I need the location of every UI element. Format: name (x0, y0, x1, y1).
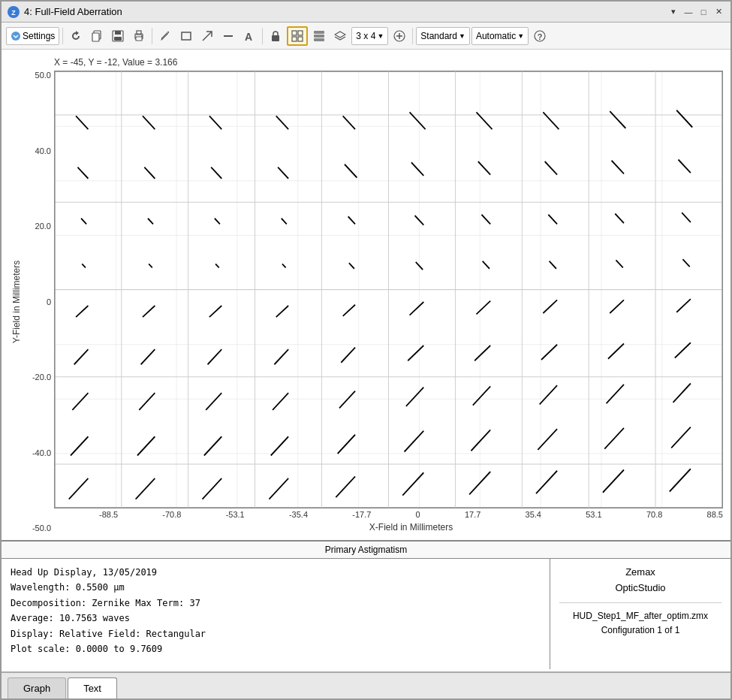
x-tick: 88.5 (707, 510, 723, 519)
standard-dropdown[interactable]: Standard ▼ (416, 27, 470, 45)
grid-size-label: 3 x 4 (356, 31, 375, 41)
info-right: Zemax OpticStudio HUD_Step1_MF_after_opt… (550, 559, 730, 669)
minimize-button[interactable]: — (682, 6, 694, 18)
lock-button[interactable] (266, 26, 285, 46)
y-tick: 20.0 (35, 222, 51, 231)
separator-2 (152, 28, 152, 44)
stack-icon (313, 30, 325, 42)
layers-button[interactable] (330, 26, 350, 46)
info-line-1: Head Up Display, 13/05/2019 (11, 565, 541, 580)
y-tick: -50.0 (32, 523, 51, 533)
svg-rect-19 (292, 37, 297, 41)
svg-rect-4 (92, 33, 99, 41)
grid-dropdown-arrow: ▼ (377, 32, 384, 40)
info-line-4: Average: 10.7563 waves (11, 611, 541, 626)
x-tick: -17.7 (352, 510, 371, 519)
arrow-button[interactable] (197, 26, 217, 46)
y-tick: 0 (47, 297, 51, 306)
help-icon: ? (534, 30, 546, 42)
zemax-line2: OpticStudio (559, 581, 721, 596)
coord-label: X = -45, Y = -12, Value = 3.166 (54, 57, 723, 68)
svg-point-2 (11, 32, 20, 41)
grid-size-dropdown[interactable]: 3 x 4 ▼ (351, 27, 388, 45)
bottom-tabs: Graph Text (2, 671, 730, 698)
y-axis-label: Y-Field in Millimeters (9, 71, 24, 533)
svg-rect-6 (115, 31, 121, 35)
svg-rect-21 (314, 31, 324, 34)
save-button[interactable] (108, 26, 128, 46)
x-tick: -88.5 (99, 510, 118, 519)
help-button[interactable]: ? (530, 26, 550, 46)
zemax-line1: Zemax (559, 565, 721, 581)
line-button[interactable] (218, 26, 238, 46)
pencil-icon (159, 30, 171, 42)
info-line-3: Decomposition: Zernike Max Term: 37 (11, 596, 541, 611)
svg-rect-10 (136, 37, 142, 41)
x-tick: -35.4 (289, 510, 308, 519)
info-line-6: Plot scale: 0.0000 to 9.7609 (11, 641, 541, 656)
automatic-dropdown[interactable]: Automatic ▼ (471, 27, 529, 45)
text-icon: A (243, 30, 255, 42)
info-title: Primary Astigmatism (2, 542, 730, 559)
filename-line: HUD_Step1_MF_after_optim.zmx (559, 609, 721, 623)
x-tick: 53.1 (586, 510, 601, 519)
x-axis-area: -88.5 -70.8 -53.1 -35.4 -17.7 0 17.7 35.… (99, 508, 723, 533)
config-line: Configuration 1 of 1 (559, 623, 721, 638)
svg-rect-20 (298, 37, 303, 41)
svg-rect-17 (292, 31, 297, 35)
separator-4 (412, 28, 413, 44)
x-tick: -53.1 (226, 510, 245, 519)
svg-line-13 (203, 32, 212, 41)
grid-icon (291, 30, 303, 42)
refresh-button[interactable] (66, 26, 86, 46)
plot-area[interactable] (54, 71, 723, 508)
svg-rect-7 (114, 37, 122, 41)
tab-graph[interactable]: Graph (8, 677, 66, 698)
automatic-label: Automatic (476, 31, 516, 41)
y-tick-labels: 50.0 40.0 20.0 0 -20.0 -40.0 -50.0 (26, 71, 54, 533)
separator-3 (262, 28, 263, 44)
chart-container: Y-Field in Millimeters 50.0 40.0 20.0 0 … (9, 71, 723, 533)
layers-icon (334, 30, 346, 42)
svg-rect-16 (272, 35, 279, 41)
info-right-top: Zemax OpticStudio (559, 565, 721, 603)
x-tick: 17.7 (465, 510, 480, 519)
restore-button[interactable]: □ (697, 6, 709, 18)
svg-rect-18 (298, 31, 303, 35)
x-tick: 0 (416, 510, 420, 519)
tab-text[interactable]: Text (68, 677, 117, 698)
standard-dropdown-arrow: ▼ (459, 32, 465, 40)
close-button[interactable]: ✕ (712, 6, 724, 18)
y-tick: 40.0 (35, 146, 51, 155)
svg-point-11 (141, 35, 143, 37)
copy-button[interactable] (87, 26, 107, 46)
plot-svg (55, 71, 722, 508)
settings-label: Settings (23, 31, 55, 41)
pencil-button[interactable] (155, 26, 175, 46)
lock-icon (270, 30, 282, 42)
svg-text:Z: Z (11, 9, 16, 17)
arrow-icon (201, 30, 213, 42)
x-tick: 70.8 (646, 510, 662, 519)
grid-active-button[interactable] (287, 26, 308, 46)
title-bar: Z 4: Full-Field Aberration ▾ — □ ✕ (2, 2, 730, 23)
y-tick: 50.0 (35, 71, 51, 80)
window-controls: ▾ — □ ✕ (667, 6, 724, 18)
stack-button[interactable] (309, 26, 329, 46)
print-button[interactable] (129, 26, 149, 46)
svg-text:A: A (245, 31, 252, 42)
standard-label: Standard (420, 31, 457, 41)
add-button[interactable] (390, 26, 409, 46)
refresh-icon (70, 30, 82, 42)
settings-dropdown[interactable]: Settings (6, 27, 59, 45)
info-panel: Primary Astigmatism Head Up Display, 13/… (2, 540, 730, 671)
rectangle-button[interactable] (176, 26, 196, 46)
svg-marker-24 (335, 32, 345, 38)
automatic-dropdown-arrow: ▼ (517, 32, 524, 40)
x-tick-labels: -88.5 -70.8 -53.1 -35.4 -17.7 0 17.7 35.… (99, 508, 723, 520)
text-button[interactable]: A (239, 26, 259, 46)
toolbar: Settings (2, 23, 730, 50)
line-icon (222, 30, 234, 42)
pin-button[interactable]: ▾ (667, 6, 679, 18)
copy-icon (91, 30, 103, 42)
